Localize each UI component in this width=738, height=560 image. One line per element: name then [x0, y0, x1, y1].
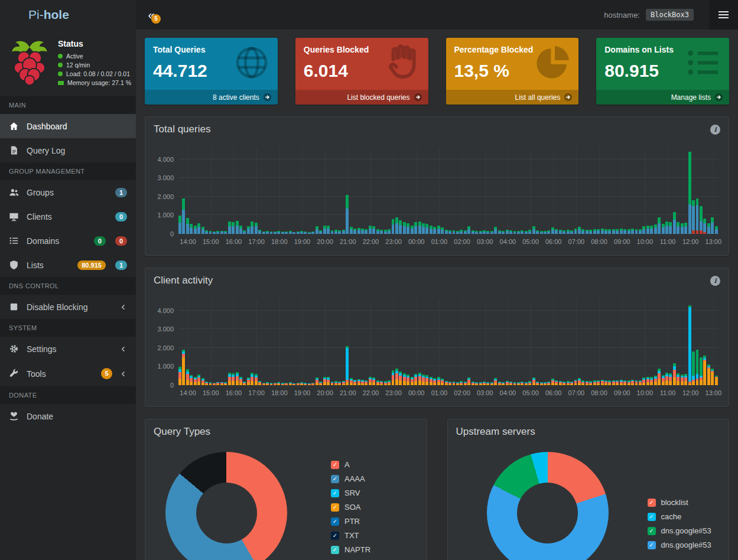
chart-bar[interactable] [502, 148, 505, 234]
chart-bar[interactable] [700, 299, 703, 385]
chart-bar[interactable] [623, 299, 626, 385]
chart-bar[interactable] [623, 148, 626, 234]
chart-bar[interactable] [346, 148, 349, 234]
chart-bar[interactable] [331, 148, 334, 234]
chart-bar[interactable] [236, 148, 239, 234]
chart-bar[interactable] [453, 299, 456, 385]
chart-bar[interactable] [392, 148, 395, 234]
chart-bar[interactable] [258, 148, 261, 234]
chart-bar[interactable] [338, 299, 341, 385]
chart-bar[interactable] [559, 299, 562, 385]
chart-bar[interactable] [460, 148, 463, 234]
chart-bar[interactable] [460, 299, 463, 385]
chart-bar[interactable] [300, 299, 303, 385]
chart-bar[interactable] [448, 148, 451, 234]
query-types-donut[interactable] [165, 452, 287, 560]
chart-bar[interactable] [327, 148, 330, 234]
chart-bar[interactable] [281, 299, 284, 385]
chart-bar[interactable] [692, 148, 695, 234]
chart-bar[interactable] [319, 148, 322, 234]
chart-bar[interactable] [197, 299, 200, 385]
chart-bar[interactable] [628, 299, 630, 385]
chart-bar[interactable] [513, 148, 516, 234]
chart-bar[interactable] [563, 148, 565, 234]
sidebar-item-query-log[interactable]: Query Log [0, 138, 136, 162]
chart-bar[interactable] [669, 299, 672, 385]
chart-bar[interactable] [433, 148, 436, 234]
chart-bar[interactable] [547, 148, 550, 234]
sidebar-item-dashboard[interactable]: Dashboard [0, 114, 136, 138]
chart-bar[interactable] [707, 299, 710, 385]
chart-bar[interactable] [521, 299, 524, 385]
chart-bar[interactable] [285, 299, 288, 385]
chart-bar[interactable] [357, 148, 360, 234]
chart-bar[interactable] [232, 299, 235, 385]
upstream-servers-donut[interactable] [487, 452, 609, 560]
chart-bar[interactable] [342, 299, 345, 385]
legend-item[interactable]: ✓AAAA [331, 474, 370, 483]
chart-bar[interactable] [194, 299, 197, 385]
chart-bar[interactable] [388, 148, 391, 234]
chart-bar[interactable] [194, 148, 197, 234]
chart-bar[interactable] [650, 148, 653, 234]
legend-item[interactable]: ✓PTR [331, 517, 370, 526]
chart-bar[interactable] [673, 148, 676, 234]
chart-bar[interactable] [654, 148, 657, 234]
chart-bar[interactable] [182, 148, 185, 234]
legend-item[interactable]: ✓TXT [331, 531, 370, 540]
sidebar-item-groups[interactable]: Groups 1 [0, 180, 136, 204]
chart-bar[interactable] [612, 299, 615, 385]
chart-bar[interactable] [277, 148, 280, 234]
chart-bar[interactable] [247, 148, 250, 234]
chart-bar[interactable] [220, 148, 223, 234]
chart-bar[interactable] [589, 148, 592, 234]
chart-bar[interactable] [547, 299, 550, 385]
chart-bar[interactable] [369, 148, 372, 234]
chart-bar[interactable] [696, 299, 699, 385]
chart-bar[interactable] [692, 299, 695, 385]
chart-bar[interactable] [319, 299, 322, 385]
chart-bar[interactable] [563, 299, 565, 385]
chart-bar[interactable] [467, 148, 470, 234]
chart-bar[interactable] [688, 148, 691, 234]
chart-bar[interactable] [475, 148, 478, 234]
chart-bar[interactable] [555, 299, 558, 385]
chart-bar[interactable] [464, 299, 467, 385]
chart-bar[interactable] [715, 299, 718, 385]
chart-bar[interactable] [456, 299, 459, 385]
sidebar-collapse-button[interactable]: « 5 [136, 0, 167, 30]
chart-bar[interactable] [308, 299, 311, 385]
chart-bar[interactable] [574, 148, 577, 234]
chart-bar[interactable] [369, 299, 372, 385]
chart-bar[interactable] [274, 299, 277, 385]
chart-bar[interactable] [437, 299, 440, 385]
chart-bar[interactable] [707, 148, 710, 234]
chart-bar[interactable] [567, 299, 570, 385]
chart-bar[interactable] [441, 299, 444, 385]
chart-bar[interactable] [604, 148, 607, 234]
chart-bar[interactable] [646, 299, 649, 385]
chart-bar[interactable] [197, 148, 200, 234]
chart-bar[interactable] [430, 148, 433, 234]
chart-bar[interactable] [616, 148, 619, 234]
chart-bar[interactable] [243, 299, 246, 385]
chart-bar[interactable] [498, 148, 501, 234]
chart-bar[interactable] [380, 148, 383, 234]
sidebar-item-settings[interactable]: Settings [0, 337, 136, 361]
chart-bar[interactable] [483, 148, 486, 234]
chart-bar[interactable] [430, 299, 433, 385]
chart-bar[interactable] [384, 148, 387, 234]
chart-bar[interactable] [266, 148, 269, 234]
chart-bar[interactable] [361, 148, 364, 234]
chart-bar[interactable] [346, 299, 349, 385]
chart-bar[interactable] [388, 299, 391, 385]
chart-bar[interactable] [483, 299, 486, 385]
chart-bar[interactable] [472, 299, 474, 385]
legend-item[interactable]: ✓SOA [331, 503, 370, 512]
chart-bar[interactable] [304, 299, 307, 385]
chart-bar[interactable] [586, 148, 589, 234]
chart-bar[interactable] [711, 299, 714, 385]
chart-bar[interactable] [338, 148, 341, 234]
chart-bar[interactable] [498, 299, 501, 385]
chart-bar[interactable] [178, 299, 181, 385]
